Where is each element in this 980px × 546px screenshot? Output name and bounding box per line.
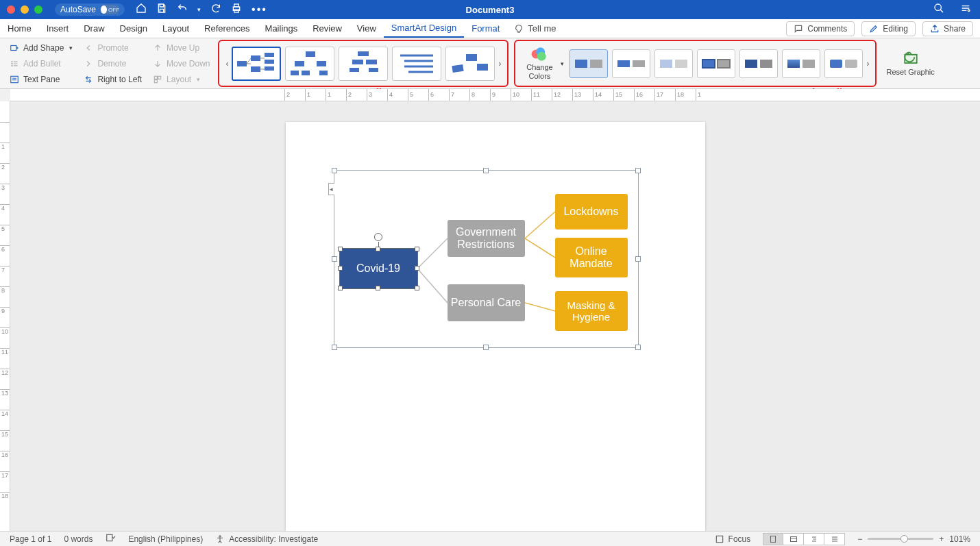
style-thumb-1[interactable]: [569, 49, 608, 78]
accessibility-check[interactable]: Accessibility: Investigate: [215, 534, 318, 544]
smartart-node[interactable]: Online Mandate: [555, 238, 628, 277]
close-window[interactable]: [7, 5, 15, 14]
promote-button[interactable]: Promote: [84, 41, 142, 54]
layout-next-button[interactable]: ›: [495, 45, 504, 83]
ribbon-options-icon[interactable]: [959, 3, 972, 16]
resize-handle[interactable]: [332, 256, 337, 262]
comments-button[interactable]: Comments: [786, 21, 855, 36]
shape-handle[interactable]: [376, 247, 380, 251]
demote-button[interactable]: Demote: [84, 57, 142, 70]
smartart-node-root[interactable]: Covid-19: [340, 249, 417, 288]
smartart-node[interactable]: Masking & Hygiene: [555, 291, 628, 331]
resize-handle[interactable]: [483, 345, 489, 350]
autosave-switch[interactable]: OFF: [100, 5, 119, 14]
rotate-handle[interactable]: [374, 233, 382, 241]
undo-dropdown-icon[interactable]: ▾: [197, 6, 201, 13]
print-layout-view[interactable]: [763, 533, 783, 545]
document-area[interactable]: ◂: [10, 101, 980, 531]
style-thumb-4[interactable]: [697, 49, 735, 78]
tab-review[interactable]: Review: [305, 19, 350, 38]
autosave-toggle[interactable]: AutoSave OFF: [55, 3, 125, 16]
right-to-left-button[interactable]: Right to Left: [84, 73, 142, 86]
change-colors-button[interactable]: Change Colors: [518, 47, 561, 79]
maximize-window[interactable]: [34, 5, 42, 14]
language-indicator[interactable]: English (Philippines): [128, 534, 203, 544]
text-pane-button[interactable]: Text Pane: [10, 73, 73, 86]
focus-mode[interactable]: Focus: [715, 534, 751, 544]
move-down-button[interactable]: Move Down: [153, 57, 210, 70]
vertical-ruler[interactable]: 12 345 678 91011 121314 151617 18: [0, 101, 10, 531]
shape-handle[interactable]: [338, 266, 343, 271]
style-thumb-3[interactable]: [654, 49, 693, 78]
resize-handle[interactable]: [635, 345, 641, 350]
tab-home[interactable]: Home: [0, 19, 39, 38]
shape-handle[interactable]: [338, 247, 343, 251]
tell-me[interactable]: Tell me: [514, 23, 556, 34]
tab-mailings[interactable]: Mailings: [258, 19, 306, 38]
shape-handle[interactable]: [338, 286, 343, 290]
style-thumb-5[interactable]: [739, 49, 778, 78]
chevron-down-icon[interactable]: ▾: [561, 60, 564, 67]
layout-prev-button[interactable]: ‹: [222, 45, 232, 83]
svg-rect-13: [237, 61, 247, 66]
tab-insert[interactable]: Insert: [39, 19, 77, 38]
redo-icon[interactable]: [210, 3, 221, 16]
web-layout-view[interactable]: [783, 533, 804, 545]
add-bullet-button[interactable]: Add Bullet: [10, 57, 73, 70]
zoom-in-button[interactable]: +: [939, 534, 944, 544]
move-up-button[interactable]: Move Up: [153, 41, 210, 54]
zoom-slider[interactable]: [868, 538, 933, 540]
tab-smartart-design[interactable]: SmartArt Design: [384, 19, 464, 38]
style-thumb-7[interactable]: [824, 49, 863, 78]
style-thumb-2[interactable]: [612, 49, 650, 78]
search-icon[interactable]: [933, 3, 944, 16]
tab-layout[interactable]: Layout: [155, 19, 197, 38]
resize-handle[interactable]: [483, 168, 489, 173]
text-pane-toggle[interactable]: ◂: [328, 183, 334, 195]
shape-handle[interactable]: [415, 286, 419, 290]
resize-handle[interactable]: [635, 168, 641, 173]
smartart-node[interactable]: Government Restrictions: [448, 220, 525, 257]
shape-handle[interactable]: [415, 247, 419, 251]
resize-handle[interactable]: [332, 345, 337, 350]
tab-draw[interactable]: Draw: [76, 19, 112, 38]
undo-icon[interactable]: [177, 3, 188, 16]
resize-handle[interactable]: [332, 168, 337, 173]
more-icon[interactable]: •••: [252, 3, 267, 16]
smartart-node[interactable]: Personal Care: [448, 284, 525, 321]
save-icon[interactable]: [156, 3, 167, 16]
minimize-window[interactable]: [21, 5, 29, 14]
layout-thumb-1[interactable]: [232, 47, 281, 81]
draft-view[interactable]: [824, 533, 845, 545]
layout-thumb-3[interactable]: [339, 47, 388, 81]
smartart-node[interactable]: Lockdowns: [555, 194, 628, 229]
spellcheck-icon[interactable]: [105, 533, 116, 545]
word-count[interactable]: 0 words: [64, 534, 93, 544]
share-button[interactable]: Share: [922, 21, 973, 36]
print-icon[interactable]: [231, 3, 242, 16]
tab-view[interactable]: View: [350, 19, 384, 38]
style-next-button[interactable]: ›: [863, 45, 872, 83]
editing-mode-button[interactable]: Editing: [861, 21, 916, 36]
home-icon[interactable]: [136, 3, 147, 16]
page-indicator[interactable]: Page 1 of 1: [10, 534, 51, 544]
layout-thumb-4[interactable]: [392, 47, 441, 81]
page[interactable]: ◂: [286, 122, 705, 531]
layout-button[interactable]: Layout▾: [153, 73, 210, 86]
shape-handle[interactable]: [415, 266, 419, 271]
tab-design[interactable]: Design: [112, 19, 155, 38]
horizontal-ruler[interactable]: 21 123 456 789 101112 131415 161718 1: [10, 89, 980, 101]
layout-thumb-2[interactable]: [285, 47, 334, 81]
outline-view[interactable]: [804, 533, 824, 545]
zoom-out-button[interactable]: −: [857, 534, 862, 544]
tab-format[interactable]: Format: [464, 19, 507, 38]
layout-thumb-5[interactable]: [445, 47, 495, 81]
resize-handle[interactable]: [635, 256, 641, 262]
zoom-percent[interactable]: 101%: [949, 534, 970, 544]
tab-references[interactable]: References: [197, 19, 257, 38]
add-shape-button[interactable]: Add Shape▾: [10, 41, 73, 54]
smartart-frame[interactable]: ◂: [334, 170, 639, 348]
shape-handle[interactable]: [376, 286, 380, 290]
style-thumb-6[interactable]: [782, 49, 820, 78]
reset-graphic-button[interactable]: Reset Graphic: [879, 38, 941, 88]
